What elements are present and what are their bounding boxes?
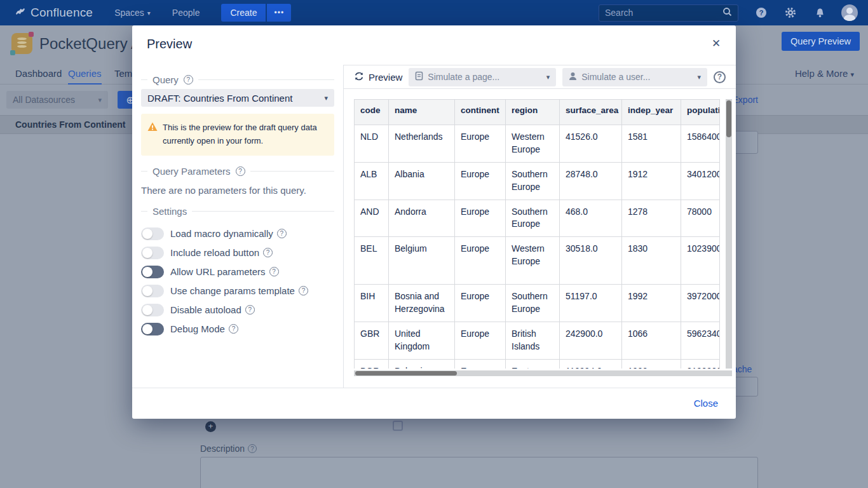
- horizontal-scrollbar-thumb[interactable]: [355, 371, 457, 376]
- description-textarea[interactable]: [200, 457, 758, 488]
- question-circle-icon[interactable]: ?: [236, 166, 245, 176]
- tab-queries[interactable]: Queries: [68, 68, 102, 85]
- warning-icon: [147, 122, 158, 148]
- toggle-switch[interactable]: [141, 323, 164, 336]
- table-cell: United Kingdom: [389, 322, 455, 360]
- toggle-row: Allow URL parameters?: [141, 262, 334, 281]
- chevron-down-icon: ▾: [850, 71, 854, 78]
- description-label: Description?: [200, 444, 257, 454]
- gear-icon[interactable]: [784, 6, 797, 19]
- table-cell: Albania: [389, 162, 455, 200]
- table-cell: 1066: [622, 322, 681, 360]
- question-circle-icon[interactable]: ?: [184, 75, 193, 85]
- toggle-switch[interactable]: [141, 285, 164, 297]
- column-header: indep_year: [622, 100, 681, 125]
- tab-dashboard[interactable]: Dashboard: [15, 68, 62, 79]
- question-circle-icon[interactable]: ?: [269, 267, 279, 276]
- question-circle-icon[interactable]: ?: [277, 229, 287, 238]
- params-section-legend: Query Parameters ?: [141, 166, 334, 177]
- nav-people[interactable]: People: [172, 8, 200, 18]
- modal-title: Preview: [147, 37, 192, 51]
- datasource-filter-select[interactable]: All Datasources▾: [6, 91, 108, 109]
- toggle-row: Debug Mode?: [141, 320, 334, 339]
- bell-icon[interactable]: [813, 6, 826, 19]
- chevron-down-icon: ▾: [546, 73, 550, 81]
- simulate-user-select[interactable]: Simulate a user... ▾: [562, 68, 707, 86]
- table-cell: 110994.0: [560, 359, 622, 369]
- table-cell: 1581: [622, 125, 681, 163]
- table-cell: 41526.0: [560, 125, 622, 163]
- vertical-scrollbar[interactable]: [726, 99, 732, 369]
- simulate-page-select[interactable]: Simulate a page... ▾: [409, 68, 556, 86]
- table-row: GBRUnited KingdomEuropeBritish Islands24…: [355, 322, 720, 360]
- top-nav: Confluence Spaces▾ People Create ••• ?: [0, 0, 868, 25]
- export-link[interactable]: Export: [733, 95, 758, 105]
- preview-help-icon[interactable]: ?: [714, 71, 726, 83]
- toggle-switch[interactable]: [141, 227, 164, 240]
- search-input[interactable]: [605, 8, 722, 18]
- preview-panel: Preview Simulate a page... ▾ Simulate a …: [343, 65, 736, 388]
- table-cell: Western Europe: [506, 237, 560, 285]
- question-circle-icon[interactable]: ?: [263, 248, 273, 257]
- chevron-down-icon: ▾: [697, 73, 701, 81]
- table-cell: Europe: [455, 322, 506, 360]
- create-button[interactable]: Create: [221, 4, 266, 22]
- table-cell: Europe: [455, 162, 506, 200]
- query-select[interactable]: DRAFT: Countries From Continent ▾: [141, 89, 334, 107]
- help-more-link[interactable]: Help & More ▾: [795, 68, 854, 79]
- add-icon[interactable]: +: [205, 421, 216, 432]
- toggle-row: Load macro dynamically?: [141, 224, 334, 243]
- background-checkbox[interactable]: [393, 421, 403, 431]
- table-cell: 30518.0: [560, 237, 622, 285]
- confluence-logo-icon: [15, 6, 25, 19]
- toggle-switch[interactable]: [141, 304, 164, 316]
- refresh-preview-button[interactable]: Preview: [354, 71, 402, 83]
- page-icon: [415, 71, 423, 83]
- question-circle-icon[interactable]: ?: [299, 286, 308, 295]
- table-cell: AND: [355, 200, 389, 237]
- vertical-scrollbar-thumb[interactable]: [726, 100, 731, 137]
- toggle-switch[interactable]: [141, 266, 164, 278]
- toggle-label: Include reload button?: [170, 247, 273, 258]
- table-cell: 1992: [622, 285, 681, 322]
- table-row: BELBelgiumEuropeWestern Europe30518.0183…: [355, 237, 720, 285]
- nav-more-button[interactable]: •••: [267, 4, 291, 22]
- column-header: continent: [455, 100, 506, 125]
- refresh-icon: [354, 71, 364, 83]
- query-section-legend: Query ?: [141, 74, 334, 85]
- table-cell: 1908: [622, 359, 681, 369]
- help-icon[interactable]: ?: [755, 6, 768, 19]
- pocketquery-logo: [11, 33, 32, 54]
- confluence-brand[interactable]: Confluence: [15, 6, 93, 20]
- settings-toggles: Load macro dynamically?Include reload bu…: [141, 224, 334, 339]
- question-circle-icon[interactable]: ?: [245, 305, 255, 315]
- draft-warning: This is the preview for the draft query …: [141, 114, 334, 156]
- result-table: codenamecontinentregionsurface_areaindep…: [354, 99, 720, 369]
- question-circle-icon[interactable]: ?: [248, 444, 257, 453]
- table-cell: Bulgaria: [389, 359, 455, 369]
- avatar[interactable]: [841, 4, 858, 21]
- query-form-panel: Query ? DRAFT: Countries From Continent …: [132, 65, 343, 388]
- table-cell: ALB: [355, 162, 389, 200]
- horizontal-scrollbar[interactable]: [354, 370, 732, 376]
- table-row: BIHBosnia and HerzegovinaEuropeSouthern …: [355, 285, 720, 322]
- table-cell: 242900.0: [560, 322, 622, 360]
- table-cell: Bosnia and Herzegovina: [389, 285, 455, 322]
- nav-spaces[interactable]: Spaces▾: [114, 8, 151, 18]
- table-row: ANDAndorraEuropeSouthern Europe468.01278…: [355, 200, 720, 237]
- nav-search[interactable]: [599, 4, 738, 22]
- question-circle-icon[interactable]: ?: [229, 324, 238, 334]
- close-icon[interactable]: ✕: [709, 37, 723, 51]
- table-cell: 1830: [622, 237, 681, 285]
- table-cell: 468.0: [560, 200, 622, 237]
- toggle-label: Load macro dynamically?: [170, 228, 287, 239]
- user-icon: [569, 72, 577, 83]
- query-preview-button[interactable]: Query Preview: [782, 32, 860, 51]
- table-row: ALBAlbaniaEuropeSouthern Europe28748.019…: [355, 162, 720, 200]
- table-cell: Europe: [455, 237, 506, 285]
- toggle-switch[interactable]: [141, 247, 164, 259]
- table-row: BGRBulgariaEuropeEastern Europe110994.01…: [355, 359, 720, 369]
- search-icon: [722, 7, 732, 19]
- toggle-label: Disable autoload?: [170, 304, 255, 315]
- close-button[interactable]: Close: [694, 398, 718, 409]
